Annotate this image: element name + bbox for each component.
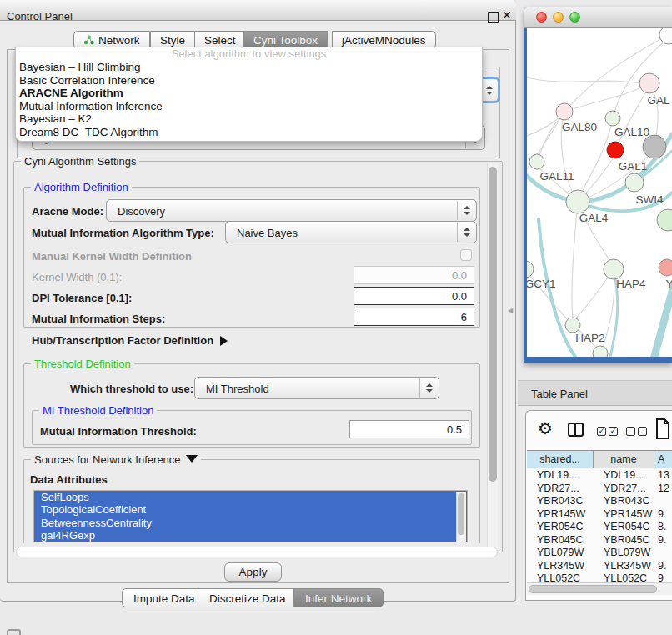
kernel-width-field[interactable]: 0.0 [354, 266, 474, 284]
algorithm-option[interactable]: Basic Correlation Inference [16, 74, 482, 88]
cell-sharedname: YPR145W [527, 508, 594, 522]
tab-discretize-data[interactable]: Discretize Data [198, 588, 298, 608]
settings-group-title: Cyni Algorithm Settings [21, 155, 139, 168]
settings-scrollbar-thumb[interactable] [489, 167, 497, 482]
settings-horizontal-scrollbar[interactable] [16, 547, 498, 558]
panel-splitter-handle[interactable]: ◀ [508, 307, 514, 314]
table-row[interactable]: YLL052CYLL052C9 [527, 572, 672, 582]
node-gal80[interactable] [556, 103, 573, 120]
hub-definition-label: Hub/Transcription Factor Definition [32, 334, 213, 347]
node-gal-pink[interactable] [639, 73, 659, 93]
float-window-icon[interactable] [488, 12, 499, 23]
aracne-mode-combobox[interactable]: Discovery [106, 199, 477, 222]
aracne-mode-label: Aracne Mode: [32, 205, 103, 218]
close-traffic-light-icon[interactable] [536, 12, 547, 22]
tab-network[interactable]: Network [73, 31, 150, 49]
attributes-scrollbar-thumb[interactable] [458, 493, 464, 535]
attribute-item[interactable]: SelfLoops [34, 491, 467, 503]
column-header-partial[interactable]: A [654, 450, 672, 468]
settings-scrollbar[interactable] [487, 163, 498, 550]
table-row[interactable]: YBR043CYBR043C [527, 495, 672, 508]
node-unlabeled[interactable] [659, 28, 672, 44]
cell-sharedname: YLL052C [527, 572, 594, 582]
node-gal4[interactable] [566, 190, 589, 213]
table-scrollbar-thumb[interactable] [529, 585, 657, 593]
table-row[interactable]: YPR145WYPR145W9. [527, 508, 672, 522]
node-hap2[interactable] [565, 318, 580, 332]
combobox-arrows-icon [419, 378, 438, 398]
tab-style[interactable]: Style [150, 31, 195, 49]
gear-icon[interactable]: ⚙ [538, 420, 553, 437]
table-row[interactable]: YBR045CYBR045C9. [527, 534, 672, 548]
dpi-tolerance-field[interactable]: 0.0 [354, 287, 474, 305]
mi-steps-label: Mutual Information Steps: [32, 312, 165, 325]
tab-jactivemnodules[interactable]: jActiveMNodules [332, 31, 436, 49]
checked-checkbox-icon[interactable]: ✓ [597, 427, 606, 436]
network-labels: GAL GAL80 GAL10 GAL1 GAL11 SWI4 GAL4 GCY… [527, 94, 672, 344]
mi-threshold-group-title: MI Threshold Definition [39, 404, 157, 417]
column-header-name[interactable]: name [594, 450, 654, 468]
checked-checkbox-icon[interactable]: ✓ [609, 427, 618, 436]
mi-algorithm-type-combobox[interactable]: Naive Bayes [225, 221, 477, 243]
network-canvas[interactable]: GAL GAL80 GAL10 GAL1 GAL11 SWI4 GAL4 GCY… [527, 28, 672, 357]
cell-sharedname: YBR045C [527, 534, 594, 548]
attribute-item[interactable]: gal4RGexp [34, 529, 467, 542]
tab-cyni-toolbox[interactable]: Cyni Toolbox [243, 31, 328, 49]
minimize-traffic-light-icon[interactable] [553, 12, 564, 22]
table-row[interactable]: YLR345WYLR345W9. [527, 560, 672, 573]
algorithm-option-selected[interactable]: ARACNE Algorithm [16, 87, 482, 100]
node-gcy1[interactable] [527, 261, 534, 278]
table-row[interactable]: YDL19...YDL19...13 [527, 469, 672, 482]
node-bottom-green[interactable] [593, 346, 608, 357]
network-icon [83, 32, 94, 42]
column-header-shared[interactable]: shared... [527, 450, 594, 468]
algorithm-option[interactable]: Bayesian – K2 [16, 112, 482, 126]
manual-kernel-checkbox[interactable] [460, 249, 472, 261]
table-row[interactable]: YBL079WYBL079W [527, 547, 672, 560]
columns-icon[interactable] [568, 422, 584, 437]
hub-definition-toggle[interactable]: Hub/Transcription Factor Definition [32, 334, 228, 347]
cell-value: 9. [654, 508, 672, 522]
algorithm-option[interactable]: Dream8 DC_TDC Algorithm [16, 126, 482, 139]
node-label: GAL1 [619, 160, 648, 172]
apply-button[interactable]: Apply [224, 562, 282, 582]
algorithm-option[interactable]: Bayesian – Hill Climbing [16, 61, 482, 74]
node-gal1[interactable] [625, 173, 644, 192]
table-horizontal-scrollbar[interactable] [527, 582, 672, 595]
which-threshold-combobox[interactable]: MI Threshold [194, 377, 439, 399]
node-hap4[interactable] [604, 259, 624, 279]
mi-steps-field[interactable]: 6 [354, 308, 474, 326]
tab-select[interactable]: Select [194, 31, 246, 49]
cell-value: 9. [654, 560, 672, 573]
node-gray[interactable] [643, 135, 666, 158]
attribute-item[interactable]: BetweennessCentrality [34, 517, 467, 529]
node-red-selected[interactable] [607, 142, 624, 158]
cell-name: YBL079W [594, 547, 654, 560]
tab-impute-data[interactable]: Impute Data [122, 588, 207, 608]
close-window-icon[interactable]: ✕ [502, 8, 512, 22]
corner-partial-icon[interactable] [7, 629, 21, 635]
node-gal11[interactable] [529, 154, 544, 169]
attributes-scrollbar[interactable] [456, 492, 466, 542]
cell-sharedname: YDL19... [527, 469, 594, 482]
table-row[interactable]: YER054CYER054C8. [527, 521, 672, 534]
expand-right-icon[interactable] [220, 336, 228, 346]
aracne-mode-value: Discovery [118, 204, 165, 217]
tab-infer-network[interactable]: Infer Network [293, 588, 384, 608]
attribute-item[interactable]: TopologicalCoefficient [34, 503, 467, 516]
algorithm-dropdown-popup: Select algorithm to view settings Bayesi… [15, 48, 483, 142]
mi-threshold-field[interactable]: 0.5 [349, 420, 469, 438]
node-gal10[interactable] [605, 111, 620, 126]
zoom-traffic-light-icon[interactable] [569, 12, 580, 22]
node-salmon[interactable] [659, 259, 672, 276]
document-icon[interactable] [655, 418, 670, 442]
collapse-down-icon[interactable] [186, 455, 198, 462]
algorithm-option[interactable]: Mutual Information Inference [16, 100, 482, 113]
combobox-arrows-icon [457, 222, 475, 242]
sources-group-title: Sources for Network Inference [31, 453, 201, 466]
unchecked-checkbox-icon[interactable] [638, 427, 647, 436]
mi-algorithm-type-value: Naive Bayes [237, 226, 298, 238]
unchecked-checkbox-icon[interactable] [626, 427, 635, 436]
node-right-green[interactable] [657, 209, 672, 231]
table-row[interactable]: YDR27...YDR27...12 [527, 482, 672, 496]
